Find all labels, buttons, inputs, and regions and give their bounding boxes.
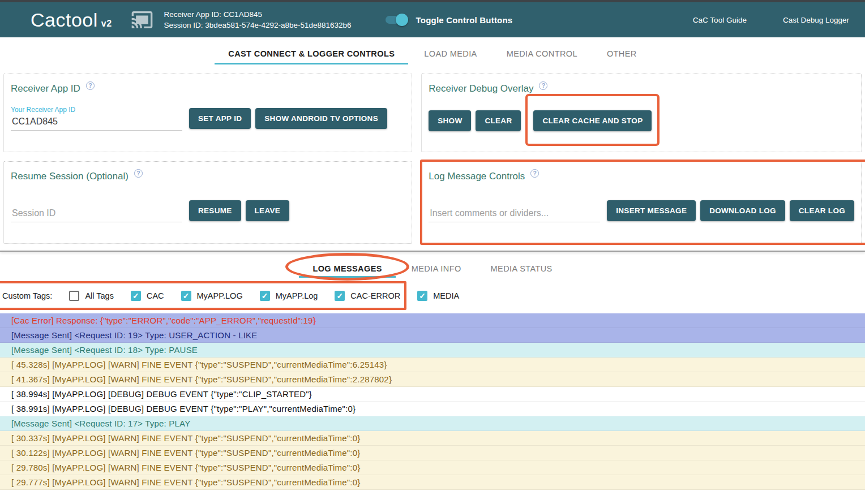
checkbox-checked-icon[interactable]: ✓ xyxy=(131,291,141,301)
checkbox-checked-icon[interactable]: ✓ xyxy=(417,291,427,301)
receiver-debug-overlay-title: Receiver Debug Overlay xyxy=(429,83,533,94)
receiver-app-id-input[interactable] xyxy=(11,115,182,131)
tab-load-media[interactable]: LOAD MEDIA xyxy=(410,44,490,64)
resume-session-panel: Resume Session (Optional) ? RESUME LEAVE xyxy=(3,161,412,244)
log-row: [Message Sent] <Request ID: 18> Type: PA… xyxy=(0,343,865,357)
log-list: [Cac Error] Response: {"type":"ERROR","c… xyxy=(0,313,865,490)
toggle-thumb xyxy=(396,14,408,26)
custom-tags-list: All Tags✓CAC✓MyAPP.LOG✓MyAPP.Log✓CAC-ERR… xyxy=(69,291,459,301)
log-row: [ 38.991s] [MyAPP.LOG] [DEBUG] DEBUG EVE… xyxy=(0,402,865,416)
receiver-debug-overlay-title-row: Receiver Debug Overlay ? xyxy=(429,83,854,94)
receiver-debug-overlay-panel: Receiver Debug Overlay ? SHOW CLEAR CLEA… xyxy=(421,74,862,152)
tab-other[interactable]: OTHER xyxy=(593,44,650,64)
resume-session-title-row: Resume Session (Optional) ? xyxy=(11,171,405,182)
cast-icon[interactable] xyxy=(129,8,155,31)
clear-overlay-button[interactable]: CLEAR xyxy=(476,110,521,131)
session-id-input[interactable] xyxy=(11,199,182,222)
show-android-tv-options-button[interactable]: SHOW ANDROID TV OPTIONS xyxy=(255,108,387,129)
custom-tag-label: MyAPP.LOG xyxy=(197,291,243,300)
receiver-app-id-panel: Receiver App ID ? Your Receiver App ID S… xyxy=(3,74,412,152)
help-icon[interactable]: ? xyxy=(134,169,143,178)
log-row: [Message Sent] <Request ID: 19> Type: US… xyxy=(0,328,865,343)
checkbox-unchecked-icon[interactable] xyxy=(69,291,79,301)
receiver-app-id-title-row: Receiver App ID ? xyxy=(11,83,405,94)
custom-tag-label: All Tags xyxy=(85,291,114,300)
tab-cast-connect-logger-controls[interactable]: CAST CONNECT & LOGGER CONTROLS xyxy=(215,44,408,64)
insert-message-button[interactable]: INSERT MESSAGE xyxy=(607,200,696,221)
log-message-controls-title: Log Message Controls xyxy=(429,171,525,182)
download-log-button[interactable]: DOWNLOAD LOG xyxy=(700,200,785,221)
leave-button[interactable]: LEAVE xyxy=(246,200,290,221)
tab-media-info[interactable]: MEDIA INFO xyxy=(398,261,475,278)
log-row: [ 30.122s] [MyAPP.LOG] [WARN] FINE EVENT… xyxy=(0,446,865,460)
cast-debug-logger-link[interactable]: Cast Debug Logger xyxy=(783,16,849,24)
checkbox-checked-icon[interactable]: ✓ xyxy=(260,291,270,301)
controls-grid: Receiver App ID ? Your Receiver App ID S… xyxy=(0,64,865,244)
custom-tag-label: MyAPP.Log xyxy=(276,291,318,300)
app-header: Cactool v2 Receiver App ID: CC1AD845 Ses… xyxy=(0,2,865,37)
receiver-app-id-line: Receiver App ID: CC1AD845 xyxy=(164,9,352,20)
log-row: [ 38.994s] [MyAPP.LOG] [DEBUG] DEBUG EVE… xyxy=(0,387,865,402)
log-row: [ 30.337s] [MyAPP.LOG] [WARN] FINE EVENT… xyxy=(0,431,865,446)
checkbox-checked-icon[interactable]: ✓ xyxy=(181,291,191,301)
custom-tag-media[interactable]: ✓MEDIA xyxy=(417,291,459,301)
custom-tags-label: Custom Tags: xyxy=(2,291,52,300)
toggle-control-buttons-label: Toggle Control Buttons xyxy=(416,15,513,25)
main-tab-bar: CAST CONNECT & LOGGER CONTROLS LOAD MEDI… xyxy=(0,37,865,64)
tab-media-status[interactable]: MEDIA STATUS xyxy=(477,261,566,278)
log-row: [Cac Error] Response: {"type":"ERROR","c… xyxy=(0,313,865,328)
log-row: [Message Sent] <Request ID: 17> Type: PL… xyxy=(0,416,865,431)
checkbox-checked-icon[interactable]: ✓ xyxy=(335,291,345,301)
log-row: [ 45.328s] [MyAPP.LOG] [WARN] FINE EVENT… xyxy=(0,357,865,372)
log-tab-bar: LOG MESSAGES MEDIA INFO MEDIA STATUS xyxy=(0,252,865,278)
log-message-controls-title-row: Log Message Controls ? xyxy=(429,171,854,182)
session-info: Receiver App ID: CC1AD845 Session ID: 3b… xyxy=(164,9,352,31)
session-id-line: Session ID: 3bdea581-574e-4292-a8be-51de… xyxy=(164,20,352,31)
receiver-app-id-field-label: Your Receiver App ID xyxy=(11,106,182,114)
custom-tag-label: MEDIA xyxy=(433,291,459,300)
clear-log-button[interactable]: CLEAR LOG xyxy=(790,200,854,221)
set-app-id-button[interactable]: SET APP ID xyxy=(189,108,251,129)
log-comment-field xyxy=(429,199,600,222)
app-version: v2 xyxy=(101,19,112,29)
log-row: [ 29.777s] [MyAPP.LOG] [WARN] FINE EVENT… xyxy=(0,475,865,490)
app-title: Cactool xyxy=(31,9,98,31)
custom-tags-row: Custom Tags: All Tags✓CAC✓MyAPP.LOG✓MyAP… xyxy=(0,282,865,309)
receiver-app-id-title: Receiver App ID xyxy=(11,83,80,94)
help-icon[interactable]: ? xyxy=(539,81,547,90)
custom-tag-label: CAC-ERROR xyxy=(350,291,400,300)
cac-tool-guide-link[interactable]: CaC Tool Guide xyxy=(693,16,747,24)
custom-tag-myapp-log[interactable]: ✓MyAPP.Log xyxy=(260,291,318,301)
log-row: [ 41.367s] [MyAPP.LOG] [WARN] FINE EVENT… xyxy=(0,372,865,387)
resume-session-title: Resume Session (Optional) xyxy=(11,171,129,182)
custom-tag-all-tags[interactable]: All Tags xyxy=(69,291,114,301)
toggle-control-buttons-switch[interactable] xyxy=(386,16,406,24)
tab-log-messages[interactable]: LOG MESSAGES xyxy=(299,261,395,278)
resume-button[interactable]: RESUME xyxy=(189,200,241,221)
clear-cache-and-stop-button[interactable]: CLEAR CACHE AND STOP xyxy=(533,110,652,131)
custom-tag-label: CAC xyxy=(147,291,164,300)
custom-tag-cac[interactable]: ✓CAC xyxy=(131,291,164,301)
help-icon[interactable]: ? xyxy=(530,169,539,178)
app-logo: Cactool v2 xyxy=(31,9,112,31)
log-row: [ 29.780s] [MyAPP.LOG] [WARN] FINE EVENT… xyxy=(0,460,865,475)
custom-tag-myapp-log[interactable]: ✓MyAPP.LOG xyxy=(181,291,243,301)
session-id-field xyxy=(11,199,182,222)
receiver-app-id-field: Your Receiver App ID xyxy=(11,106,182,131)
log-message-controls-panel: Log Message Controls ? INSERT MESSAGE DO… xyxy=(421,161,862,244)
toggle-control-buttons: Toggle Control Buttons xyxy=(386,15,513,25)
help-icon[interactable]: ? xyxy=(86,81,95,90)
tab-media-control[interactable]: MEDIA CONTROL xyxy=(493,44,591,64)
tab-log-messages-label: LOG MESSAGES xyxy=(312,264,382,273)
custom-tag-cac-error[interactable]: ✓CAC-ERROR xyxy=(335,291,400,301)
show-overlay-button[interactable]: SHOW xyxy=(429,110,471,131)
log-comment-input[interactable] xyxy=(429,199,600,222)
